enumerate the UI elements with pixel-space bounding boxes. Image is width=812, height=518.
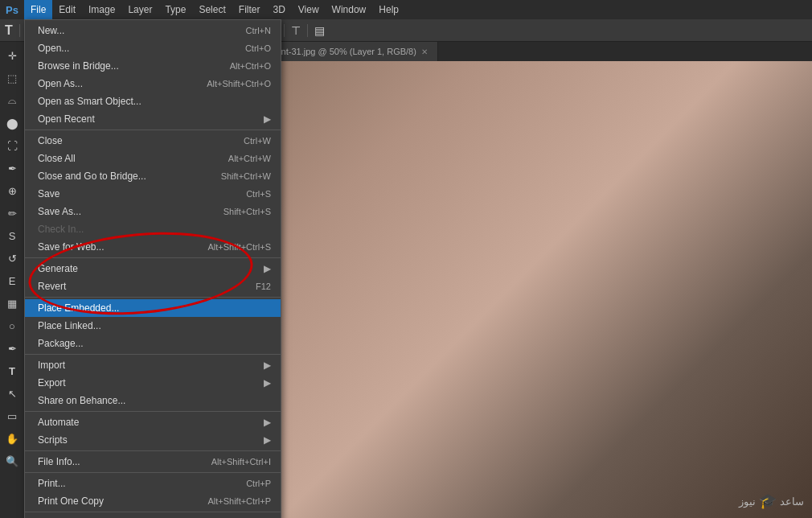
text-tool-icon: T — [5, 23, 13, 38]
menu-scripts-arrow: ▶ — [264, 434, 271, 446]
menu-share-behance[interactable]: Share on Behance... — [25, 392, 281, 409]
menu-edit[interactable]: Edit — [52, 0, 82, 19]
menu-save-as[interactable]: Save As... Shift+Ctrl+S — [25, 203, 281, 220]
char-panel-icon[interactable]: ▤ — [314, 24, 325, 37]
tool-type[interactable]: T — [2, 360, 23, 381]
tool-crop[interactable]: ⛶ — [2, 135, 23, 156]
tool-dodge[interactable]: ○ — [2, 315, 23, 336]
menu-print-one-copy-shortcut: Alt+Shift+Ctrl+P — [207, 496, 271, 506]
menu-section-1: New... Ctrl+N Open... Ctrl+O Browse in B… — [25, 20, 281, 130]
menu-print-one-copy[interactable]: Print One Copy Alt+Shift+Ctrl+P — [25, 492, 281, 510]
tool-clone[interactable]: S — [2, 225, 23, 246]
menu-3d[interactable]: 3D — [266, 0, 291, 19]
tool-pen[interactable]: ✒ — [2, 338, 23, 359]
tool-quick-select[interactable]: ⬤ — [2, 113, 23, 134]
menu-place-embedded[interactable]: Place Embedded... — [25, 299, 281, 317]
menu-section-7: File Info... Alt+Shift+Ctrl+I — [25, 451, 281, 473]
tool-eraser[interactable]: E — [2, 270, 23, 291]
menu-revert[interactable]: Revert F12 — [25, 278, 281, 295]
menu-import-label: Import — [38, 360, 65, 371]
menu-image[interactable]: Image — [82, 0, 121, 19]
menu-generate[interactable]: Generate ▶ — [25, 260, 281, 278]
tool-path-select[interactable]: ↖ — [2, 383, 23, 404]
menu-open-recent-label: Open Recent — [38, 113, 95, 125]
menu-save-as-shortcut: Shift+Ctrl+S — [224, 207, 271, 216]
menu-print-label: Print... — [38, 478, 66, 489]
menu-scripts[interactable]: Scripts ▶ — [25, 431, 281, 449]
menu-browse-bridge[interactable]: Browse in Bridge... Alt+Ctrl+O — [25, 57, 281, 75]
tool-gradient[interactable]: ▦ — [2, 293, 23, 314]
menu-close-label: Close — [38, 135, 63, 146]
menu-close-bridge-label: Close and Go to Bridge... — [38, 171, 146, 182]
menu-import-arrow: ▶ — [264, 360, 271, 371]
menu-save[interactable]: Save Ctrl+S — [25, 185, 281, 203]
menu-save-web[interactable]: Save for Web... Alt+Shift+Ctrl+S — [25, 238, 281, 256]
menu-open[interactable]: Open... Ctrl+O — [25, 39, 281, 57]
separator-5 — [284, 24, 285, 37]
menu-scripts-label: Scripts — [38, 434, 68, 446]
menu-automate-label: Automate — [38, 417, 79, 428]
tool-brush[interactable]: ✏ — [2, 203, 23, 224]
menu-section-2: Close Ctrl+W Close All Alt+Ctrl+W Close … — [25, 130, 281, 258]
menu-close[interactable]: Close Ctrl+W — [25, 132, 281, 150]
tool-shape[interactable]: ▭ — [2, 405, 23, 426]
menu-open-recent[interactable]: Open Recent ▶ — [25, 110, 281, 128]
tool-marquee[interactable]: ⬚ — [2, 68, 23, 88]
menu-close-all-shortcut: Alt+Ctrl+W — [228, 154, 271, 163]
tool-healing[interactable]: ⊕ — [2, 180, 23, 201]
ps-logo: Ps — [0, 0, 24, 19]
menu-export[interactable]: Export ▶ — [25, 374, 281, 392]
menu-open-label: Open... — [38, 43, 69, 54]
menu-place-linked-label: Place Linked... — [38, 320, 101, 331]
menu-generate-arrow: ▶ — [264, 263, 271, 274]
tool-zoom[interactable]: 🔍 — [2, 450, 23, 471]
menu-close-all[interactable]: Close All Alt+Ctrl+W — [25, 150, 281, 167]
left-toolbar: ✛ ⬚ ⌓ ⬤ ⛶ ✒ ⊕ ✏ S ↺ E ▦ ○ ✒ T ↖ ▭ ✋ 🔍 — [0, 42, 24, 518]
menu-file-info-shortcut: Alt+Shift+Ctrl+I — [211, 457, 271, 467]
tool-history-brush[interactable]: ↺ — [2, 248, 23, 269]
menu-open-as-label: Open As... — [38, 78, 83, 89]
tool-eyedropper[interactable]: ✒ — [2, 158, 23, 179]
menu-section-9: Exit Ctrl+Q — [25, 512, 281, 518]
menu-automate[interactable]: Automate ▶ — [25, 413, 281, 431]
menu-automate-arrow: ▶ — [264, 417, 271, 428]
menu-type[interactable]: Type — [158, 0, 192, 19]
menu-package[interactable]: Package... — [25, 335, 281, 352]
menu-file-info[interactable]: File Info... Alt+Shift+Ctrl+I — [25, 453, 281, 471]
menu-filter[interactable]: Filter — [232, 0, 267, 19]
menu-share-behance-label: Share on Behance... — [38, 395, 125, 406]
tool-lasso[interactable]: ⌓ — [2, 90, 23, 111]
menu-exit[interactable]: Exit Ctrl+Q — [25, 514, 281, 518]
separator-1 — [19, 24, 20, 37]
menu-import[interactable]: Import ▶ — [25, 356, 281, 374]
menu-save-web-label: Save for Web... — [38, 241, 104, 253]
menu-help[interactable]: Help — [372, 0, 405, 19]
menu-close-bridge-shortcut: Shift+Ctrl+W — [221, 171, 271, 181]
menu-file[interactable]: File — [24, 0, 52, 19]
separator-6 — [307, 24, 308, 37]
menu-select[interactable]: Select — [192, 0, 232, 19]
menu-view[interactable]: View — [292, 0, 326, 19]
tool-hand[interactable]: ✋ — [2, 428, 23, 449]
tool-move[interactable]: ✛ — [2, 45, 23, 66]
menu-open-recent-arrow: ▶ — [264, 113, 271, 125]
menu-open-smart-object[interactable]: Open as Smart Object... — [25, 92, 281, 110]
menu-print-one-copy-label: Print One Copy — [38, 495, 104, 507]
menu-print[interactable]: Print... Ctrl+P — [25, 475, 281, 492]
menu-place-linked[interactable]: Place Linked... — [25, 317, 281, 335]
menu-window[interactable]: Window — [326, 0, 373, 19]
watermark-text2: ساعد — [780, 495, 804, 508]
menu-close-shortcut: Ctrl+W — [244, 136, 271, 146]
warp-text-icon[interactable]: ⊤ — [291, 24, 301, 37]
menu-new-shortcut: Ctrl+N — [246, 26, 271, 35]
watermark: نیوز 🎓 ساعد — [739, 492, 804, 510]
menu-export-label: Export — [38, 377, 66, 388]
watermark-icon: 🎓 — [759, 492, 777, 510]
menu-open-smart-object-label: Open as Smart Object... — [38, 96, 141, 107]
menu-open-as[interactable]: Open As... Alt+Shift+Ctrl+O — [25, 75, 281, 92]
menu-new[interactable]: New... Ctrl+N — [25, 22, 281, 39]
menu-close-bridge[interactable]: Close and Go to Bridge... Shift+Ctrl+W — [25, 167, 281, 185]
tab-photo-close[interactable]: ✕ — [421, 47, 428, 56]
main-menu: File Edit Image Layer Type Select Filter… — [24, 0, 405, 19]
menu-layer[interactable]: Layer — [121, 0, 158, 19]
